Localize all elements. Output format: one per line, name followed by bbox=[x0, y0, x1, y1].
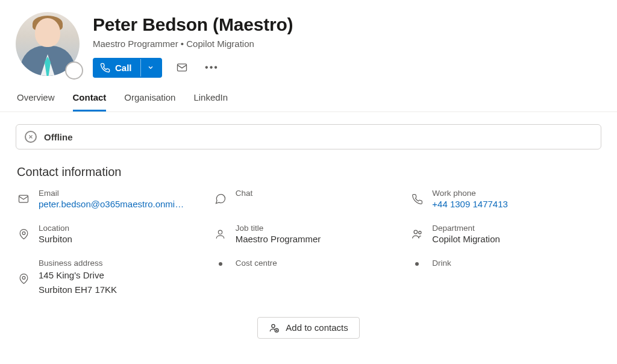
action-row: Call ••• bbox=[93, 57, 601, 78]
phone-icon bbox=[100, 63, 110, 73]
add-contacts-wrap: Add to contacts bbox=[0, 317, 617, 339]
mail-button[interactable] bbox=[172, 57, 192, 78]
svg-point-4 bbox=[22, 231, 25, 234]
status-text: Offline bbox=[44, 132, 73, 142]
field-jobtitle: Job title Maestro Programmer bbox=[214, 224, 404, 244]
location-label: Location bbox=[39, 224, 72, 233]
field-department: Department Copilot Migration bbox=[410, 224, 600, 244]
svg-point-9 bbox=[272, 324, 275, 327]
call-split-button: Call bbox=[93, 58, 162, 78]
field-workphone: Work phone +44 1309 1477413 bbox=[410, 189, 600, 209]
call-button[interactable]: Call bbox=[94, 59, 140, 77]
offline-icon bbox=[25, 131, 37, 143]
location-icon bbox=[17, 272, 30, 285]
call-label: Call bbox=[115, 63, 132, 73]
svg-point-7 bbox=[419, 231, 421, 233]
field-email: Email peter.bedson@o365maestro.onmi… bbox=[17, 189, 207, 209]
people-icon bbox=[410, 227, 424, 240]
display-name: Peter Bedson (Maestro) bbox=[93, 14, 601, 35]
more-icon: ••• bbox=[205, 62, 219, 73]
drink-label: Drink bbox=[432, 259, 451, 268]
address-label: Business address bbox=[39, 259, 117, 268]
costcentre-label: Cost centre bbox=[236, 259, 277, 268]
workphone-label: Work phone bbox=[432, 189, 508, 198]
field-costcentre: Cost centre bbox=[214, 259, 404, 297]
field-location: Location Surbiton bbox=[17, 224, 207, 244]
department-value: Copilot Migration bbox=[432, 234, 500, 244]
header-info: Peter Bedson (Maestro) Maestro Programme… bbox=[93, 12, 601, 78]
tab-contact[interactable]: Contact bbox=[73, 92, 107, 111]
email-label: Email bbox=[39, 189, 184, 198]
svg-point-8 bbox=[22, 276, 25, 279]
mail-icon bbox=[176, 61, 188, 74]
jobtitle-label: Job title bbox=[236, 224, 321, 233]
more-button[interactable]: ••• bbox=[202, 57, 222, 78]
avatar-container bbox=[16, 12, 80, 76]
chevron-down-icon bbox=[147, 64, 154, 71]
field-address: Business address 145 King's Drive Surbit… bbox=[17, 259, 207, 297]
add-to-contacts-label: Add to contacts bbox=[286, 322, 348, 333]
svg-point-6 bbox=[414, 230, 418, 234]
department-label: Department bbox=[432, 224, 500, 233]
call-dropdown[interactable] bbox=[140, 59, 161, 77]
jobtitle-value: Maestro Programmer bbox=[236, 234, 321, 244]
address-line1: 145 King's Drive bbox=[39, 269, 117, 282]
phone-icon bbox=[410, 192, 424, 206]
contact-info-grid: Email peter.bedson@o365maestro.onmi… Cha… bbox=[0, 185, 617, 297]
bullet-icon bbox=[214, 262, 227, 266]
contact-info-title: Contact information bbox=[17, 165, 600, 179]
svg-rect-3 bbox=[19, 195, 28, 202]
location-icon bbox=[17, 227, 30, 240]
workphone-value[interactable]: +44 1309 1477413 bbox=[432, 199, 508, 209]
person-icon bbox=[214, 227, 227, 240]
subtitle: Maestro Programmer • Copilot Migration bbox=[93, 39, 601, 49]
svg-rect-0 bbox=[177, 64, 186, 71]
add-to-contacts-button[interactable]: Add to contacts bbox=[257, 317, 359, 339]
chat-icon bbox=[214, 192, 227, 206]
location-value: Surbiton bbox=[39, 234, 72, 244]
tab-overview[interactable]: Overview bbox=[17, 92, 55, 111]
chat-label[interactable]: Chat bbox=[236, 189, 253, 198]
status-row[interactable]: Offline bbox=[16, 124, 601, 149]
tab-organisation[interactable]: Organisation bbox=[124, 92, 175, 111]
address-line2: Surbiton EH7 17KK bbox=[39, 283, 117, 297]
profile-header: Peter Bedson (Maestro) Maestro Programme… bbox=[0, 0, 617, 78]
field-chat: Chat bbox=[214, 189, 404, 209]
mail-icon bbox=[17, 192, 30, 206]
field-drink: Drink bbox=[410, 259, 600, 297]
email-value[interactable]: peter.bedson@o365maestro.onmi… bbox=[39, 199, 184, 209]
tabs: Overview Contact Organisation LinkedIn bbox=[0, 78, 617, 112]
bullet-icon bbox=[410, 262, 424, 266]
presence-indicator bbox=[65, 61, 83, 80]
add-person-icon bbox=[269, 322, 280, 333]
svg-point-5 bbox=[218, 230, 222, 234]
tab-linkedin[interactable]: LinkedIn bbox=[193, 92, 228, 111]
